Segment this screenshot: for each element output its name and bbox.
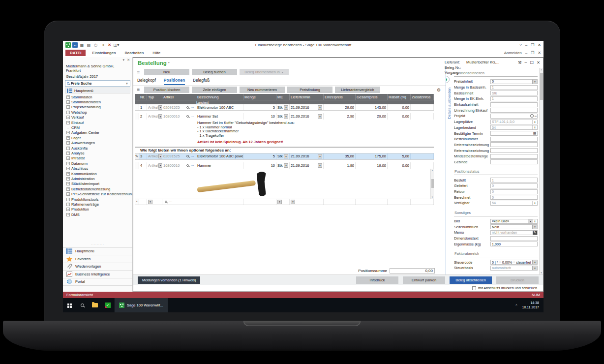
field-icon[interactable]	[528, 219, 537, 223]
calculator-icon[interactable]: ▦	[79, 42, 85, 48]
menu-bearbeiten[interactable]: Bearbeiten	[120, 50, 148, 56]
cell-typ[interactable]: Artikel	[148, 163, 158, 168]
search-icon[interactable]	[185, 105, 190, 110]
nav-favoriten[interactable]: Favoriten	[63, 255, 132, 263]
search-icon[interactable]	[185, 114, 190, 119]
dropdown-icon[interactable]	[284, 114, 288, 119]
field-input[interactable]: 1,000	[490, 242, 538, 246]
field-input[interactable]: 1	[490, 96, 538, 101]
toolbar-button[interactable]: Zeile einfügen	[192, 87, 237, 93]
wrench-icon[interactable]: ⚒	[518, 60, 522, 65]
splitter-grip[interactable]: ·········	[63, 243, 132, 247]
scroll-down-icon[interactable]: ▼	[431, 196, 433, 198]
dropdown-icon[interactable]	[158, 105, 162, 110]
tree-item[interactable]: CRM	[66, 125, 132, 130]
cell-bezeichnung[interactable]: Hammer Set	[196, 113, 243, 120]
cell-bezeichnung[interactable]: Elektromotor 100 ABC power	[196, 153, 243, 159]
field-icon[interactable]	[532, 125, 537, 129]
entwurf-parken-button[interactable]: Entwurf parken	[403, 276, 445, 284]
cell-gesamtpreis[interactable]: 175,00	[356, 153, 388, 159]
col-header[interactable]: Einzelpreis	[324, 94, 356, 100]
nav-wiedervorlagen[interactable]: Wiedervorlagen	[63, 263, 132, 271]
tab-positionen[interactable]: Positionen	[164, 78, 185, 85]
anmelden-link[interactable]: Anmelden	[504, 51, 522, 55]
dropdown-icon[interactable]	[318, 154, 322, 158]
hamburger-icon[interactable]: ≡	[135, 70, 142, 75]
dropdown-icon[interactable]	[318, 114, 322, 119]
toolbar-button[interactable]: Preisfindung	[287, 87, 332, 93]
cell-liefertermin[interactable]: 21.09.2016	[291, 114, 309, 119]
cell-einzelpreis[interactable]: 2,90	[324, 113, 356, 120]
table-row[interactable]: 1 Artikel 02091525 Elektromotor 100 ABC …	[135, 104, 434, 111]
expand-icon[interactable]	[66, 116, 70, 119]
col-header[interactable]: ME	[276, 94, 290, 100]
calendar-icon[interactable]: ▤	[86, 42, 91, 48]
tree-item[interactable]: Auswertungen	[66, 141, 132, 146]
langtext-block[interactable]: Hammer Set im Koffer "Geburtstagsdesign"…	[135, 120, 434, 147]
field-input[interactable]	[490, 102, 538, 107]
field-input[interactable]	[490, 236, 538, 241]
beleg-uebernehmen-button[interactable]: Beleg übernehmen in▼	[240, 69, 289, 75]
expand-icon[interactable]	[66, 167, 70, 170]
checkbox[interactable]	[472, 286, 476, 290]
cell-zusatzinfos[interactable]	[411, 104, 434, 110]
cell-rabatt[interactable]: 0,00	[388, 104, 411, 110]
expand-icon[interactable]	[66, 105, 70, 109]
tree-item[interactable]: DMS	[66, 212, 132, 217]
sidebar-close-icon[interactable]: ✕	[127, 58, 130, 62]
field-input[interactable]: 0	[490, 195, 538, 200]
new-row[interactable]: *	[135, 199, 434, 205]
nav-hauptmenu[interactable]: Hauptmenü	[63, 247, 132, 255]
field-icon[interactable]	[533, 231, 537, 235]
cell-liefertermin[interactable]: 21.09.2016	[291, 154, 309, 158]
help-button[interactable]: ?	[519, 43, 521, 47]
windows-start-button[interactable]	[63, 298, 76, 312]
file-explorer-icon[interactable]	[89, 298, 101, 312]
col-header[interactable]: Zusatzinfos	[411, 94, 434, 100]
menu-datei[interactable]: DATEI	[65, 50, 86, 56]
field-icon[interactable]	[532, 120, 537, 124]
tree-root-hauptmenu[interactable]: Hauptmenü	[65, 88, 130, 93]
doc-restore-icon[interactable]: ☐	[530, 60, 534, 65]
menu-hilfe[interactable]: Hilfe	[148, 50, 165, 56]
tree-item[interactable]: Betriebsdatenerfassung	[66, 186, 132, 191]
tree-item[interactable]: Stammdaten	[66, 94, 132, 99]
expand-icon[interactable]	[66, 208, 70, 211]
expand-icon[interactable]	[66, 147, 70, 150]
tree-item[interactable]: Abschluss	[66, 166, 132, 171]
infodruck-button[interactable]: Infodruck	[356, 276, 398, 284]
cell-menge[interactable]: 10	[243, 113, 276, 120]
nav-portal[interactable]: Portal	[63, 278, 132, 286]
dropdown-icon[interactable]	[158, 114, 162, 119]
collapse-details-icon[interactable]: ❯	[446, 76, 450, 83]
search-icon[interactable]	[163, 200, 168, 204]
expand-icon[interactable]	[66, 182, 70, 185]
expand-icon[interactable]	[66, 136, 70, 140]
window-menu-icon[interactable]: ◫▾	[114, 42, 119, 48]
toolbar-button[interactable]: Neu nummerieren	[240, 87, 285, 93]
taskbar-app-sage[interactable]: Sage 100 Warenwirt...	[114, 298, 168, 312]
tree-item[interactable]: Stammdatenlisten	[66, 99, 132, 104]
dropdown-icon[interactable]	[284, 163, 288, 168]
table-row-selected[interactable]: ✎ 3 Artikel 02091525 Elektromotor 100 AB…	[135, 153, 434, 160]
taskbar-search-icon[interactable]	[76, 298, 89, 312]
field-icon[interactable]	[532, 260, 537, 264]
optional-note-row[interactable]: Wie folgt bieten wir Ihnen optional folg…	[135, 147, 434, 153]
field-icon[interactable]	[532, 225, 537, 229]
sidebar-pin-icon[interactable]: ▾	[123, 58, 125, 62]
toolbar-button[interactable]: Position löschen	[144, 87, 189, 93]
scroll-up-icon[interactable]: ▲	[541, 68, 543, 71]
doc-restore-button[interactable]: ❐	[531, 51, 534, 55]
col-header[interactable]: Typ	[147, 94, 162, 100]
check-app-icon[interactable]: ✓	[101, 298, 114, 312]
ellipsis-icon[interactable]	[190, 154, 195, 158]
cell-artikel[interactable]: 02091525	[163, 154, 180, 158]
beleg-suchen-button[interactable]: Beleg suchen	[192, 69, 237, 75]
cell-me[interactable]: Stk	[277, 154, 283, 158]
tree-item[interactable]: Stücklistenimport	[66, 182, 132, 186]
dropdown-icon[interactable]	[277, 200, 282, 204]
scrollbar-thumb[interactable]	[431, 179, 434, 188]
field-input[interactable]: 0	[490, 189, 538, 194]
expand-icon[interactable]	[66, 131, 70, 134]
tree-item[interactable]: Analyse	[66, 151, 132, 155]
